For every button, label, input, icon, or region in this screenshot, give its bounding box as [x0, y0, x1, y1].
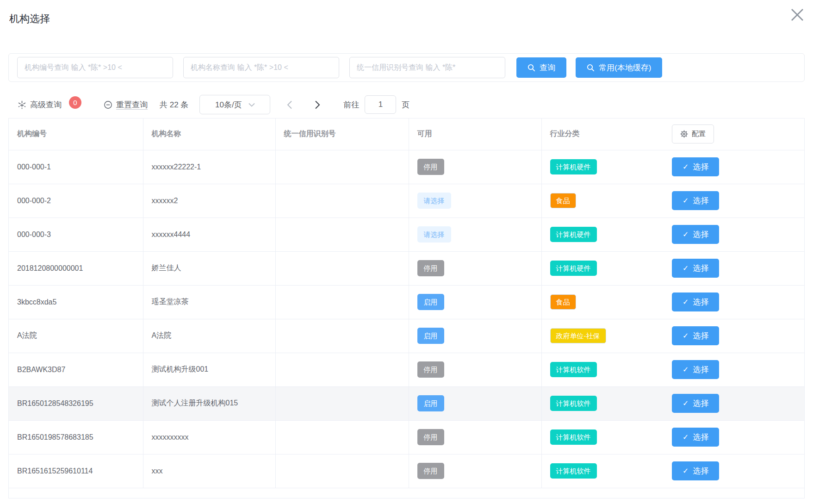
status-badge[interactable]: 启用: [417, 395, 444, 411]
status-badge[interactable]: 停用: [417, 260, 444, 276]
search-icon: [587, 64, 595, 72]
org-select-dialog: 机构选择 查询: [0, 0, 813, 504]
check-icon: ✓: [683, 298, 689, 306]
close-icon[interactable]: [789, 6, 806, 23]
select-button[interactable]: ✓ 选择: [672, 292, 719, 311]
status-badge[interactable]: 启用: [417, 294, 444, 310]
industry-tag: 计算机硬件: [550, 261, 597, 276]
query-button[interactable]: 查询: [516, 57, 566, 78]
select-button-label: 选择: [693, 297, 708, 307]
cell-available: 停用: [409, 150, 541, 184]
favorites-button[interactable]: 常用(本地缓存): [576, 57, 662, 78]
select-button[interactable]: ✓ 选择: [672, 461, 719, 480]
industry-tag: 政府单位-社保: [550, 328, 606, 343]
select-button[interactable]: ✓ 选择: [672, 191, 719, 210]
cell-org-code: 3kbcc8xda5: [9, 285, 143, 319]
favorites-button-label: 常用(本地缓存): [599, 62, 651, 73]
reset-query-link[interactable]: 重置查询: [104, 100, 148, 110]
select-button[interactable]: ✓ 选择: [672, 360, 719, 379]
next-page-button[interactable]: [315, 100, 320, 109]
cell-org-name: xxx: [143, 454, 275, 488]
select-button[interactable]: ✓ 选择: [672, 259, 719, 278]
page-size-value: 10条/页: [215, 100, 242, 110]
cell-industry: 计算机硬件: [541, 150, 668, 184]
table-row: BR1650198578683185 xxxxxxxxxx 停用 计算机软件 ✓…: [9, 420, 804, 454]
cell-org-code: B2BAWK3D87: [9, 353, 143, 386]
check-icon: ✓: [683, 162, 689, 171]
status-badge[interactable]: 启用: [417, 328, 444, 344]
org-name-input[interactable]: [183, 57, 339, 78]
industry-tag: 计算机硬件: [550, 159, 597, 174]
table-header-row: 机构编号 机构名称 统一信用识别号 可用 行业分类: [9, 118, 804, 150]
config-button[interactable]: 配置: [672, 124, 714, 143]
check-icon: ✓: [683, 264, 689, 273]
status-badge[interactable]: 停用: [417, 429, 444, 445]
advanced-query-link[interactable]: 高级查询 0: [18, 99, 81, 111]
advanced-query-badge: 0: [69, 96, 81, 109]
industry-tag: 计算机硬件: [550, 227, 597, 242]
cell-action: ✓ 选择: [668, 319, 804, 353]
cell-credit-code: [275, 218, 409, 251]
status-badge[interactable]: 请选择: [417, 226, 451, 243]
cell-available: 停用: [409, 353, 541, 386]
advanced-query-label: 高级查询: [30, 100, 62, 110]
prev-page-button[interactable]: [287, 100, 292, 109]
status-badge[interactable]: 请选择: [417, 193, 451, 209]
page-title: 机构选择: [9, 12, 805, 26]
cell-org-code: 000-000-2: [9, 184, 143, 218]
cell-industry: 计算机软件: [541, 454, 668, 488]
cell-available: 停用: [409, 420, 541, 454]
credit-code-input[interactable]: [349, 57, 505, 78]
table-row: BR1650128548326195 测试个人注册升级机构015 启用 计算机软…: [9, 386, 804, 420]
cell-available: 停用: [409, 251, 541, 285]
cell-credit-code: [275, 454, 409, 488]
cell-available: 请选择: [409, 184, 541, 218]
cell-credit-code: [275, 420, 409, 454]
cell-industry: 食品: [541, 184, 668, 218]
cell-action: ✓ 选择: [668, 150, 804, 184]
select-button[interactable]: ✓ 选择: [672, 326, 719, 345]
cell-org-name: 瑶圣堂凉茶: [143, 285, 275, 319]
cell-org-code: 000-000-1: [9, 150, 143, 184]
cell-industry: 计算机软件: [541, 420, 668, 454]
dialog-header: 机构选择: [8, 0, 805, 53]
select-button-label: 选择: [693, 330, 708, 341]
select-button[interactable]: ✓ 选择: [672, 394, 719, 413]
header-credit-code: 统一信用识别号: [275, 118, 409, 150]
check-icon: ✓: [683, 399, 689, 408]
status-badge[interactable]: 停用: [417, 159, 444, 175]
header-industry: 行业分类: [541, 118, 668, 150]
status-badge[interactable]: 停用: [417, 463, 444, 479]
header-org-name: 机构名称: [143, 118, 275, 150]
cell-org-code: BR1650128548326195: [9, 386, 143, 420]
select-button-label: 选择: [693, 364, 708, 375]
select-button[interactable]: ✓ 选择: [672, 157, 719, 176]
industry-tag: 计算机软件: [550, 396, 597, 411]
industry-tag: 食品: [550, 294, 576, 310]
select-button[interactable]: ✓ 选择: [672, 225, 719, 244]
status-badge[interactable]: 停用: [417, 361, 444, 378]
select-button-label: 选择: [693, 432, 708, 442]
page-size-select[interactable]: 10条/页: [199, 95, 270, 114]
chevron-down-icon: [248, 103, 255, 107]
table-row: B2BAWK3D87 测试机构升级001 停用 计算机软件 ✓ 选择: [9, 353, 804, 386]
table-toolbar: 高级查询 0 重置查询 共 22 条 10条/页: [8, 95, 805, 114]
cell-industry: 政府单位-社保: [541, 319, 668, 353]
header-org-code: 机构编号: [9, 118, 143, 150]
goto-page-input[interactable]: [365, 95, 396, 114]
select-button[interactable]: ✓ 选择: [672, 428, 719, 447]
cell-action: ✓ 选择: [668, 285, 804, 319]
org-code-input[interactable]: [17, 57, 173, 78]
check-icon: ✓: [683, 365, 689, 374]
cell-action: ✓ 选择: [668, 251, 804, 285]
cell-org-name: xxxxxx22222-1: [143, 150, 275, 184]
industry-tag: 计算机软件: [550, 429, 597, 445]
search-icon: [528, 64, 535, 72]
cell-available: 启用: [409, 319, 541, 353]
cell-org-code: BR1650198578683185: [9, 420, 143, 454]
goto-page-unit: 页: [402, 100, 410, 110]
goto-page-label: 前往: [343, 100, 359, 110]
cell-credit-code: [275, 353, 409, 386]
cell-available: 停用: [409, 454, 541, 488]
cell-org-name: xxxxxx2: [143, 184, 275, 218]
